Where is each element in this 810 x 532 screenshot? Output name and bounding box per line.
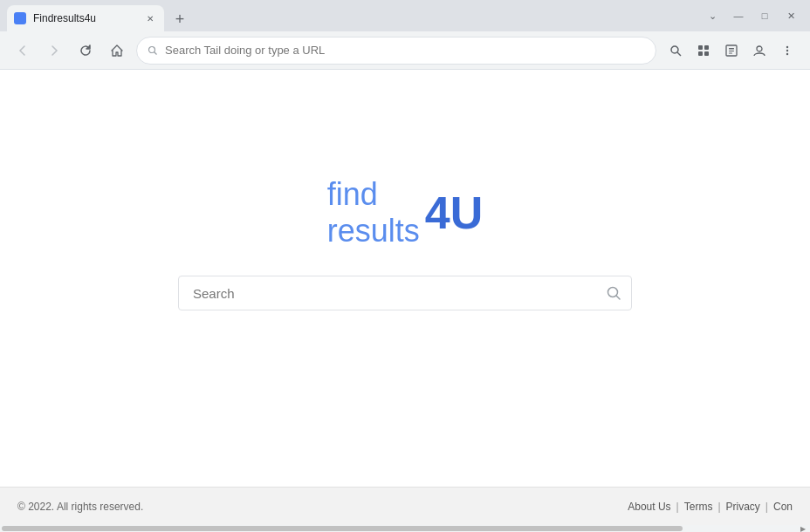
search-bar-wrapper: [178, 276, 632, 310]
window-controls: ⌄ — □ ✕: [700, 6, 803, 25]
footer-sep-3: |: [765, 501, 768, 513]
active-tab[interactable]: Findresults4u ✕: [7, 5, 164, 31]
svg-rect-11: [729, 51, 734, 51]
home-button[interactable]: [105, 38, 129, 63]
browser-frame: Findresults4u ✕ + ⌄ — □ ✕: [0, 0, 810, 532]
svg-point-3: [671, 46, 678, 53]
new-tab-button[interactable]: +: [168, 7, 192, 31]
forward-button[interactable]: [42, 38, 66, 63]
tab-title: Findresults4u: [33, 12, 136, 24]
profile-button[interactable]: [747, 38, 772, 63]
svg-point-0: [17, 15, 24, 22]
footer-links: About Us | Terms | Privacy | Con: [628, 501, 793, 513]
search-icon: [606, 285, 621, 301]
tab-favicon: [14, 12, 26, 24]
search-button[interactable]: [606, 285, 621, 301]
svg-rect-7: [698, 51, 703, 56]
tab-strip: Findresults4u ✕ +: [7, 0, 697, 31]
svg-line-18: [616, 296, 620, 299]
reload-button[interactable]: [73, 38, 98, 63]
restore-down-button[interactable]: ⌄: [700, 6, 724, 25]
minimize-button[interactable]: —: [726, 6, 751, 25]
menu-button[interactable]: [775, 38, 800, 63]
logo-text: find results: [327, 176, 420, 249]
svg-rect-12: [729, 52, 732, 53]
svg-point-13: [757, 46, 762, 51]
footer-about-link[interactable]: About Us: [628, 501, 670, 513]
logo: find results 4U: [327, 176, 484, 249]
search-input[interactable]: [178, 276, 632, 310]
address-input[interactable]: [165, 44, 645, 57]
svg-point-1: [149, 46, 155, 52]
close-button[interactable]: ✕: [779, 6, 803, 25]
nav-bar: [0, 31, 810, 70]
scrollbar-arrow-right[interactable]: ▶: [798, 525, 808, 532]
back-button[interactable]: [10, 38, 35, 63]
footer-sep-2: |: [717, 501, 720, 513]
footer-contact-link[interactable]: Con: [773, 501, 793, 513]
svg-rect-10: [729, 48, 734, 50]
footer-terms-link[interactable]: Terms: [684, 501, 713, 513]
maximize-button[interactable]: □: [752, 6, 777, 25]
svg-point-16: [786, 52, 788, 54]
title-bar: Findresults4u ✕ + ⌄ — □ ✕: [0, 0, 810, 31]
reader-mode-button[interactable]: [719, 38, 744, 63]
scrollbar-thumb[interactable]: [2, 526, 683, 531]
svg-line-4: [677, 52, 681, 56]
logo-results: results: [327, 213, 420, 249]
toolbar-icons: [663, 38, 800, 63]
svg-rect-8: [704, 51, 709, 56]
svg-point-15: [786, 49, 788, 51]
svg-rect-6: [704, 45, 709, 50]
search-toolbar-button[interactable]: [663, 38, 688, 63]
footer-sep-1: |: [676, 501, 679, 513]
footer: © 2022. All rights reserved. About Us | …: [0, 487, 810, 525]
address-search-icon: [148, 45, 158, 56]
svg-point-14: [786, 45, 788, 47]
address-bar[interactable]: [136, 37, 656, 65]
logo-find: find: [327, 176, 420, 213]
svg-rect-5: [698, 45, 703, 50]
footer-copyright: © 2022. All rights reserved.: [17, 501, 628, 513]
extensions-button[interactable]: [691, 38, 716, 63]
page-content: find results 4U: [0, 70, 810, 487]
footer-privacy-link[interactable]: Privacy: [726, 501, 760, 513]
svg-line-2: [154, 51, 157, 54]
tab-close-button[interactable]: ✕: [143, 11, 157, 25]
scrollbar-track: ▶: [0, 525, 810, 532]
logo-4u: 4U: [425, 187, 483, 239]
